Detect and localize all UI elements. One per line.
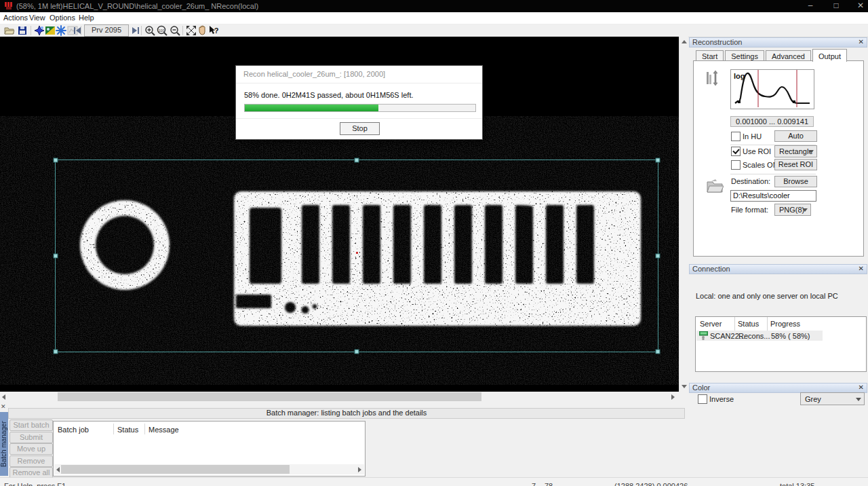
status-help-text: For Help, press F1 bbox=[4, 482, 66, 486]
roi-handle-sw[interactable] bbox=[54, 350, 58, 354]
maximize-button[interactable]: □ bbox=[826, 0, 846, 12]
file-format-value: PNG(8) bbox=[779, 206, 804, 214]
in-hu-checkbox[interactable] bbox=[731, 132, 741, 141]
file-format-dropdown[interactable]: PNG(8) bbox=[774, 204, 811, 216]
inverse-checkbox[interactable] bbox=[698, 394, 707, 404]
status-num2: 78 bbox=[545, 482, 553, 486]
reconstruction-tabs: Start Settings Advanced Output Summary bbox=[696, 49, 865, 61]
batch-message-col-header[interactable]: Message bbox=[149, 426, 179, 434]
menu-options[interactable]: Options bbox=[50, 14, 75, 22]
batch-status-col-header[interactable]: Status bbox=[117, 426, 138, 434]
progress-col-header[interactable]: Progress bbox=[770, 320, 800, 328]
hscroll-thumb[interactable] bbox=[58, 392, 481, 401]
color-panel-header[interactable]: Color ✕ bbox=[689, 383, 867, 393]
chevron-down-icon bbox=[802, 208, 808, 212]
nrecon-window: (58%, 1M left)HELICAL_V_ROUND\helical_co… bbox=[0, 0, 868, 486]
scroll-right-icon[interactable] bbox=[671, 394, 675, 400]
batch-pane-close-icon[interactable]: ✕ bbox=[1, 403, 6, 410]
chevron-down-icon bbox=[808, 150, 814, 153]
scroll-left-icon[interactable] bbox=[2, 394, 5, 400]
menu-actions[interactable]: Actions bbox=[3, 14, 28, 22]
reconstruction-close-icon[interactable]: ✕ bbox=[859, 38, 864, 46]
pan-hand-icon[interactable] bbox=[197, 25, 208, 36]
progress-bar-fill bbox=[245, 105, 378, 111]
output-options-icon[interactable] bbox=[45, 25, 56, 36]
start-batch-button[interactable]: Start batch bbox=[9, 419, 53, 431]
svg-text:100: 100 bbox=[159, 29, 165, 33]
scroll-right-icon[interactable] bbox=[358, 467, 361, 472]
browse-button[interactable]: Browse bbox=[774, 176, 817, 187]
move-up-button[interactable]: Move up bbox=[9, 443, 53, 455]
reconstruction-panel-header[interactable]: Reconstruction ✕ bbox=[689, 37, 867, 48]
batch-hscroll-thumb[interactable] bbox=[61, 465, 290, 474]
dialog-title-bar[interactable]: Recon helical_cooler_26um_: [1800, 2000] bbox=[236, 66, 482, 83]
window-title: (58%, 1M left)HELICAL_V_ROUND\helical_co… bbox=[16, 2, 258, 10]
roi-handle-ne[interactable] bbox=[656, 158, 660, 162]
palette-dropdown[interactable]: Grey bbox=[800, 392, 865, 405]
scales-on-checkbox[interactable] bbox=[731, 160, 741, 170]
auto-button[interactable]: Auto bbox=[774, 130, 817, 142]
server-col-header[interactable]: Server bbox=[700, 320, 722, 328]
reset-roi-button[interactable]: Reset ROI bbox=[774, 159, 817, 170]
roi-handle-s[interactable] bbox=[355, 350, 359, 354]
progress-cell: 58% ( 58%) bbox=[771, 332, 810, 340]
scroll-down-icon[interactable] bbox=[682, 385, 687, 388]
roi-handle-e[interactable] bbox=[656, 254, 660, 258]
save-icon[interactable] bbox=[17, 25, 28, 36]
toolbar: Prv 2095 100 bbox=[0, 24, 868, 37]
scroll-left-icon[interactable] bbox=[56, 467, 60, 472]
destination-path-input[interactable]: D:\Results\cooler bbox=[730, 190, 816, 202]
context-help-icon[interactable]: ? bbox=[208, 25, 219, 36]
histogram-adjust-icon[interactable] bbox=[706, 69, 721, 87]
progress-bar bbox=[244, 104, 476, 112]
fit-to-window-icon[interactable] bbox=[186, 25, 197, 36]
batch-job-col-header[interactable]: Batch job bbox=[58, 426, 89, 434]
scroll-up-icon[interactable] bbox=[682, 40, 687, 43]
connection-panel-header[interactable]: Connection ✕ bbox=[689, 264, 867, 274]
connection-local-text: Local: one and only one server on local … bbox=[696, 292, 838, 300]
use-roi-checkbox[interactable] bbox=[731, 147, 741, 156]
stop-button[interactable]: Stop bbox=[340, 122, 380, 135]
submit-again-button[interactable]: Submit again bbox=[9, 432, 53, 443]
roi-handle-se[interactable] bbox=[656, 350, 660, 354]
batch-manager-side-tab[interactable]: Batch manager bbox=[0, 412, 8, 476]
zoom-out-icon[interactable] bbox=[170, 25, 180, 36]
roi-handle-n[interactable] bbox=[355, 158, 359, 162]
viewport-hscrollbar[interactable] bbox=[0, 392, 688, 402]
status-time: total 13:35 bbox=[780, 482, 814, 486]
inverse-label: Inverse bbox=[709, 395, 734, 403]
server-status-icon bbox=[699, 331, 708, 340]
histogram-box[interactable]: log bbox=[730, 69, 814, 109]
zoom-in-icon[interactable] bbox=[144, 25, 155, 36]
status-col-header[interactable]: Status bbox=[738, 320, 759, 328]
close-button[interactable]: ✕ bbox=[850, 0, 868, 12]
viewport-vscrollbar[interactable] bbox=[679, 37, 688, 392]
preview-slice-button[interactable]: Prv 2095 bbox=[84, 24, 129, 37]
menu-view[interactable]: View bbox=[29, 14, 45, 22]
connection-close-icon[interactable]: ✕ bbox=[859, 265, 864, 273]
color-close-icon[interactable]: ✕ bbox=[859, 384, 864, 392]
recon-center-marker bbox=[356, 252, 358, 254]
server-row[interactable]: SCAN22... Recons... 58% ( 58%) bbox=[696, 331, 823, 341]
zoom-100-icon[interactable]: 100 bbox=[157, 25, 167, 36]
minimize-button[interactable]: – bbox=[800, 0, 821, 12]
snowflake-icon[interactable] bbox=[56, 25, 66, 36]
first-slice-icon[interactable] bbox=[72, 25, 83, 36]
connection-panel-title: Connection bbox=[692, 265, 730, 273]
batch-job-table: Batch job Status Message bbox=[53, 421, 366, 476]
remove-button[interactable]: Remove bbox=[9, 455, 53, 467]
destination-label: Destination: bbox=[731, 177, 770, 185]
batch-table-hscrollbar[interactable] bbox=[54, 464, 364, 474]
roi-handle-nw[interactable] bbox=[54, 158, 58, 162]
palette-value: Grey bbox=[805, 395, 821, 403]
svg-text:?: ? bbox=[214, 26, 219, 35]
fine-tune-icon[interactable] bbox=[34, 25, 45, 36]
menu-help[interactable]: Help bbox=[79, 14, 94, 22]
recon-progress-dialog: Recon helical_cooler_26um_: [1800, 2000]… bbox=[235, 65, 483, 140]
server-table: Server Status Progress SCAN22... Recons.… bbox=[695, 316, 867, 372]
tab-output[interactable]: Output bbox=[812, 49, 847, 62]
open-icon[interactable] bbox=[4, 25, 15, 36]
roi-handle-w[interactable] bbox=[54, 254, 58, 258]
last-slice-icon[interactable] bbox=[130, 25, 141, 36]
roi-shape-dropdown[interactable]: Rectangle bbox=[774, 145, 817, 157]
